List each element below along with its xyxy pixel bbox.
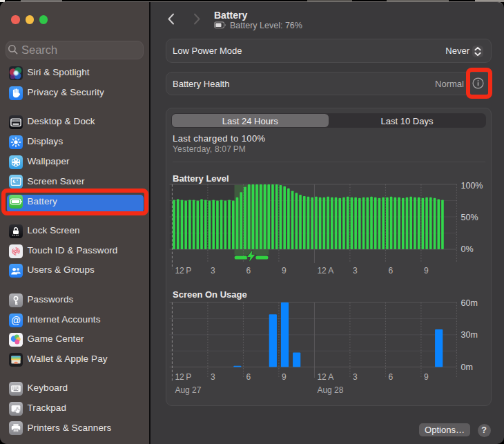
svg-text:0%: 0% <box>461 244 474 254</box>
svg-text:12 A: 12 A <box>317 266 333 276</box>
svg-text:@: @ <box>11 314 21 325</box>
svg-text:12 P: 12 P <box>175 266 191 276</box>
svg-text:50%: 50% <box>461 212 478 222</box>
svg-text:6: 6 <box>388 371 393 381</box>
svg-text:Aug 28: Aug 28 <box>317 385 343 395</box>
svg-text:3: 3 <box>353 266 358 276</box>
svg-text:9: 9 <box>282 371 287 381</box>
svg-text:0m: 0m <box>461 362 473 371</box>
svg-text:Aug 27: Aug 27 <box>175 385 201 395</box>
svg-text:3: 3 <box>353 371 358 381</box>
svg-text:12 P: 12 P <box>175 371 191 381</box>
svg-text:100%: 100% <box>461 180 483 190</box>
svg-text:9: 9 <box>424 266 429 276</box>
svg-text:12 A: 12 A <box>317 371 333 381</box>
svg-text:9: 9 <box>282 266 287 276</box>
svg-text:3: 3 <box>211 266 215 276</box>
svg-text:60m: 60m <box>461 298 478 307</box>
svg-text:9: 9 <box>424 371 429 381</box>
svg-text:6: 6 <box>246 371 251 381</box>
svg-text:6: 6 <box>246 266 251 276</box>
svg-text:6: 6 <box>388 266 393 276</box>
svg-text:30m: 30m <box>461 330 478 340</box>
svg-text:3: 3 <box>211 371 215 381</box>
